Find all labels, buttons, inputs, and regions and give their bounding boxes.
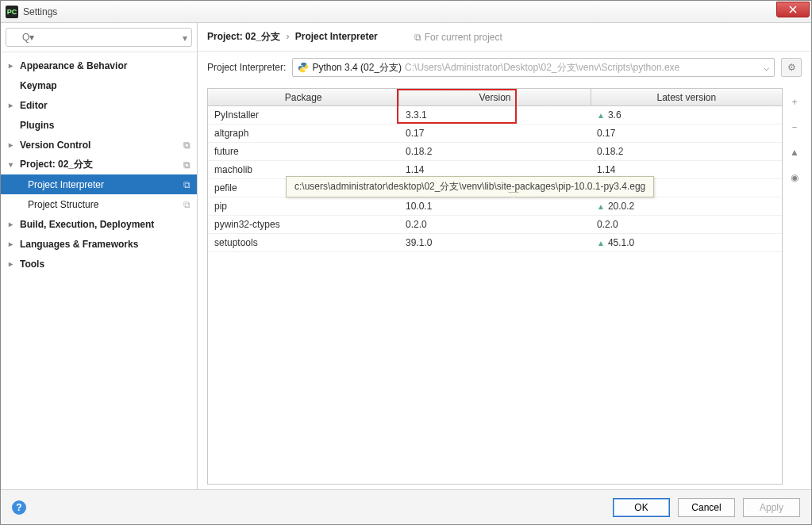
table-row[interactable]: setuptools39.1.0▲45.1.0 (208, 234, 782, 252)
copy-icon: ⧉ (414, 32, 421, 43)
cell-version: 0.17 (399, 128, 591, 139)
latest-value: 0.17 (597, 128, 615, 139)
sidebar-item-languages-frameworks[interactable]: Languages & Frameworks (1, 234, 197, 254)
col-version[interactable]: Version (399, 89, 591, 105)
sidebar-item-project-structure[interactable]: Project Structure⧉ (1, 194, 197, 214)
sidebar-item-project-interpreter[interactable]: Project Interpreter⧉ (1, 174, 197, 194)
table-body[interactable]: PyInstaller3.3.1▲3.6altgraph0.170.17futu… (208, 106, 782, 484)
table-row[interactable]: future0.18.20.18.2 (208, 143, 782, 161)
copy-icon: ⧉ (183, 199, 190, 210)
cell-version: 0.18.2 (399, 146, 591, 157)
app-icon: PC (6, 6, 18, 18)
sidebar-item-plugins[interactable]: Plugins (1, 115, 197, 135)
sidebar-item-editor[interactable]: Editor (1, 95, 197, 115)
latest-value: 1.14 (597, 164, 615, 175)
sidebar-item-label: Appearance & Behavior (20, 60, 127, 71)
table-row[interactable]: pip10.0.1▲20.0.2 (208, 197, 782, 216)
sidebar-item-version-control[interactable]: Version Control⧉ (1, 135, 197, 155)
interpreter-settings-button[interactable]: ⚙ (781, 58, 802, 77)
side-buttons: ＋ － ▲ ◉ (783, 88, 806, 485)
cell-latest: 0.2.0 (591, 219, 782, 230)
plus-icon: ＋ (790, 95, 799, 109)
cell-latest: 0.18.2 (591, 146, 782, 157)
packages-table: Package Version Latest version PyInstall… (207, 88, 783, 485)
cell-latest: ▲20.0.2 (591, 201, 782, 212)
breadcrumb-sep: › (286, 31, 289, 42)
upgrade-available-icon: ▲ (597, 239, 605, 247)
apply-button[interactable]: Apply (743, 498, 800, 517)
col-package[interactable]: Package (208, 89, 399, 105)
sidebar-item-label: Languages & Frameworks (20, 239, 138, 250)
ok-button[interactable]: OK (613, 498, 670, 517)
interpreter-path: C:\Users\Administrator\Desktop\02_分支\ven… (405, 61, 679, 75)
cell-latest: ▲45.1.0 (591, 237, 782, 248)
show-early-releases-button[interactable]: ◉ (786, 169, 803, 186)
footer: ? OK Cancel Apply (1, 489, 811, 524)
copy-icon: ⧉ (183, 159, 190, 171)
sidebar-item-label: Version Control (20, 140, 90, 151)
cell-package: future (208, 146, 399, 157)
cell-package: altgraph (208, 128, 399, 139)
sidebar-item-label: Project Interpreter (28, 179, 104, 190)
copy-icon: ⧉ (183, 140, 190, 151)
chevron-icon (9, 61, 20, 70)
cell-latest: 0.17 (591, 128, 782, 139)
window-title: Settings (23, 6, 57, 17)
table-row[interactable]: altgraph0.170.17 (208, 125, 782, 143)
sidebar-item-tools[interactable]: Tools (1, 254, 197, 274)
chevron-icon (9, 160, 20, 169)
table-header: Package Version Latest version (208, 89, 782, 106)
breadcrumb-page: Project Interpreter (295, 31, 378, 42)
upgrade-package-button[interactable]: ▲ (786, 144, 803, 161)
remove-package-button[interactable]: － (786, 118, 803, 136)
latest-value: 0.2.0 (597, 219, 618, 230)
chevron-down-icon[interactable]: ▾ (183, 33, 187, 44)
sidebar-item-build-execution-deployment[interactable]: Build, Execution, Deployment (1, 214, 197, 234)
cell-package: macholib (208, 164, 399, 175)
latest-value: 45.1.0 (608, 237, 634, 248)
sidebar-item-label: Plugins (20, 120, 54, 131)
add-package-button[interactable]: ＋ (786, 93, 803, 110)
gear-icon: ⚙ (787, 62, 796, 73)
cell-version: 39.1.0 (399, 237, 591, 248)
interpreter-combo[interactable]: Python 3.4 (02_分支) C:\Users\Administrato… (292, 58, 775, 77)
help-icon: ? (16, 502, 21, 513)
sidebar: ⌕ ▾ Appearance & BehaviorKeymapEditorPlu… (1, 23, 198, 489)
interpreter-row: Project Interpreter: Python 3.4 (02_分支) … (198, 52, 811, 83)
chevron-icon (9, 101, 20, 109)
table-row[interactable]: pywin32-ctypes0.2.00.2.0 (208, 216, 782, 234)
copy-icon: ⧉ (183, 179, 190, 190)
settings-tree[interactable]: Appearance & BehaviorKeymapEditorPlugins… (1, 52, 197, 489)
cell-version: 3.3.1 (399, 109, 591, 121)
close-button[interactable] (776, 2, 810, 17)
packages-area: Package Version Latest version PyInstall… (198, 83, 811, 489)
cell-version: 10.0.1 (399, 201, 591, 212)
sidebar-item-label: Editor (20, 100, 48, 111)
python-icon (298, 62, 309, 73)
cell-version: 1.14 (399, 164, 591, 175)
cancel-button[interactable]: Cancel (678, 498, 735, 517)
sidebar-item-label: Keymap (20, 80, 57, 91)
search-wrap: ⌕ ▾ (1, 23, 197, 52)
latest-value: 3.6 (608, 109, 622, 121)
cell-package: setuptools (208, 237, 399, 248)
breadcrumb: Project: 02_分支 › Project Interpreter (207, 30, 378, 44)
for-current-project: ⧉ For current project (414, 32, 502, 43)
minus-icon: － (790, 121, 799, 134)
help-button[interactable]: ? (12, 500, 26, 515)
sidebar-item-keymap[interactable]: Keymap (1, 75, 197, 95)
cell-latest: 1.14 (591, 164, 782, 175)
cell-version: 0.2.0 (399, 219, 591, 230)
sidebar-item-project-02-[interactable]: Project: 02_分支⧉ (1, 155, 197, 174)
interpreter-name: Python 3.4 (02_分支) (312, 61, 402, 75)
close-icon (789, 6, 797, 13)
table-row[interactable]: PyInstaller3.3.1▲3.6 (208, 106, 782, 125)
interpreter-label: Project Interpreter: (207, 62, 286, 73)
col-latest[interactable]: Latest version (591, 89, 782, 105)
search-input[interactable] (6, 28, 192, 47)
sidebar-item-label: Project: 02_分支 (20, 158, 93, 171)
cell-package: pip (208, 201, 399, 212)
sidebar-item-label: Tools (20, 259, 44, 270)
sidebar-item-appearance-behavior[interactable]: Appearance & Behavior (1, 56, 197, 75)
chevron-icon (9, 220, 20, 228)
